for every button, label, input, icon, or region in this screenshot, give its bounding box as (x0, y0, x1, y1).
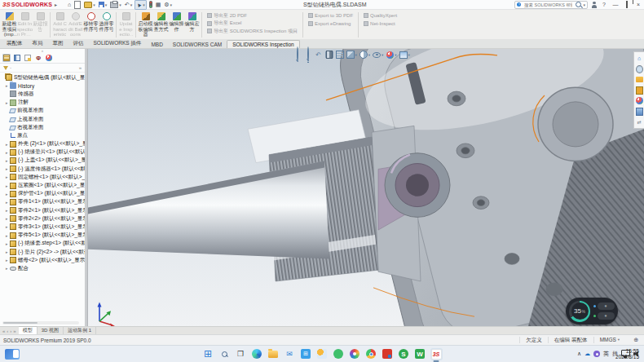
tree-item[interactable]: ▸ 注解 (0, 99, 85, 107)
widgets-icon[interactable] (5, 349, 20, 360)
taskbar-app-icon[interactable]: 3S (430, 348, 443, 360)
taskbar-app-icon[interactable] (267, 348, 280, 360)
ribbon-menu-row[interactable]: 导出至 2D PDF (207, 12, 298, 19)
tree-item[interactable]: ▸ (-) 垫片 (2)<2> -> (默认<<默认>_ (0, 248, 85, 256)
ribbon-menu-row[interactable]: Export eDrawing (308, 20, 353, 27)
ribbon-menu-row[interactable]: Net-Inspect (364, 20, 397, 27)
quick-access-button[interactable]: ▾ (98, 1, 108, 9)
tree-item[interactable]: ▸ 外壳 (2)<1> (默认<<默认>_显示状 (0, 140, 85, 148)
tree-item[interactable]: ▸ (-) 绝缘垫片<1> (默认<<默认>_显 (0, 148, 85, 157)
ribbon-tab[interactable]: 草图 (48, 39, 68, 48)
headsup-button[interactable] (346, 51, 355, 59)
task-pane-tab[interactable] (636, 108, 643, 115)
ribbon-tab[interactable]: SOLIDWORKS 插件 (89, 39, 147, 48)
ribbon-menu-row[interactable]: QualityXpert (364, 12, 397, 19)
search-icon[interactable] (576, 2, 581, 7)
document-tab[interactable]: 3D 视图 (37, 327, 64, 334)
tree-item[interactable]: ▸ 前视基准面 (0, 107, 85, 115)
quick-access-button[interactable]: ▦ (155, 1, 162, 9)
taskbar-app-icon[interactable]: ✉ (284, 348, 296, 360)
close-button[interactable]: × (634, 2, 642, 7)
task-pane-tab[interactable] (636, 65, 643, 73)
headsup-button[interactable] (359, 51, 368, 59)
3d-model-view[interactable] (88, 49, 644, 326)
tree-item[interactable]: ▸ 零件3<1> (默认<<默认>_显示状态 (0, 223, 85, 231)
tree-item[interactable]: ▸ History (0, 82, 85, 90)
ribbon-button[interactable]: 新建检查项目 (imp;检) (2, 11, 17, 39)
document-tab[interactable]: 模型 (19, 326, 37, 334)
ribbon-button[interactable]: 编辑操作 (169, 11, 184, 39)
help-search-box[interactable]: ? ▾ (514, 1, 588, 9)
dropdown-caret-icon[interactable]: ▾ (105, 2, 108, 7)
panel-tab[interactable] (13, 54, 21, 62)
dropdown-caret-icon[interactable]: ▾ (130, 2, 133, 7)
tree-item[interactable]: ▸ 配合 (0, 264, 85, 272)
headsup-button[interactable] (386, 51, 394, 59)
tree-item[interactable]: ▸ 右视基准面 (0, 123, 85, 131)
status-item[interactable]: 欠定义 (519, 337, 548, 343)
tray-icon[interactable] (593, 351, 600, 357)
dropdown-caret-icon[interactable]: ▾ (119, 2, 121, 7)
search-scope-caret-icon[interactable]: ▾ (583, 2, 585, 7)
ribbon-button[interactable]: 编辑宏方 (184, 11, 200, 39)
taskbar-clock[interactable]: 15:55 2022/8/15 (615, 348, 639, 360)
tree-item[interactable]: ▸ 原点 (0, 131, 85, 139)
dropdown-caret-icon[interactable]: ▾ (93, 2, 95, 7)
tree-item[interactable]: ▸ 保护管<1> (默认<<默认>_显示状 (0, 190, 85, 198)
tree-item[interactable]: ▸ (-) 温度传感器<1> (默认<<默认>_ (0, 165, 85, 173)
ribbon-button[interactable]: 启动模板编辑器 (138, 11, 153, 39)
recorder-overlay-badge[interactable]: 35 % ⏺ ⏺ (566, 298, 618, 324)
taskbar-app-icon[interactable] (349, 348, 361, 360)
overlay-button-top[interactable]: ⏺ (598, 302, 615, 310)
taskbar-app-icon[interactable]: ⊞ (300, 348, 312, 360)
ribbon-menu-row[interactable]: 导出至 SOLIDWORKS Inspection 项目 (207, 28, 298, 34)
task-pane-tab[interactable] (636, 76, 643, 83)
taskbar-app-icon[interactable]: S (398, 348, 410, 360)
taskbar-app-icon[interactable]: W (414, 348, 426, 360)
tray-icon[interactable]: 英 (603, 350, 609, 358)
quick-access-button[interactable]: ▾ (83, 1, 96, 9)
minimize-button[interactable]: — (611, 2, 620, 7)
headsup-button[interactable]: ↶ (315, 51, 323, 59)
taskbar-app-icon[interactable]: ⊞ (202, 348, 214, 360)
document-tab[interactable]: 运动算例 1 (64, 327, 96, 334)
ribbon-button[interactable]: 移转零件序号 (83, 11, 99, 39)
ribbon-menu-row[interactable]: 导出至 Excel (207, 20, 298, 27)
ribbon-tab[interactable]: 评估 (68, 39, 89, 48)
status-globe-icon[interactable]: ⊕ (625, 337, 641, 343)
tab-nav-arrow-icon[interactable]: ‹ (7, 329, 8, 333)
tab-nav-arrow-icon[interactable]: › (10, 329, 11, 333)
dropdown-caret-icon[interactable]: ▾ (408, 53, 410, 57)
restore-button[interactable] (623, 2, 631, 7)
quick-access-button[interactable]: ▾ (109, 1, 122, 9)
ribbon-tab[interactable]: MBD (146, 41, 167, 48)
dropdown-caret-icon[interactable]: ▾ (618, 338, 620, 342)
ribbon-button[interactable]: 选择零件序号 (99, 11, 114, 39)
quick-access-button[interactable] (73, 1, 82, 9)
ribbon-button[interactable]: Add/Edit Balloons (68, 11, 83, 39)
tab-nav-arrow-icon[interactable]: « (2, 329, 5, 333)
sign-in-icon[interactable] (591, 2, 597, 8)
task-pane-tab[interactable] (636, 97, 643, 104)
tree-item[interactable]: ▸ (-) 绝缘套.step<1> (默认<<默认> (0, 240, 85, 248)
ribbon-menu-row[interactable]: Export to 3D PDF (308, 12, 353, 19)
dropdown-caret-icon[interactable]: ▾ (382, 53, 383, 57)
quick-access-button[interactable]: ↶ ▾ (124, 1, 133, 9)
headsup-button[interactable] (304, 51, 312, 59)
headsup-button[interactable] (293, 51, 302, 59)
quick-access-button[interactable]: ⚙ ▾ (163, 1, 173, 9)
ribbon-button[interactable]: Add Characteristic (52, 11, 68, 39)
headsup-button[interactable] (325, 51, 333, 59)
taskbar-app-icon[interactable] (251, 348, 263, 360)
tree-item[interactable]: ▸ 零件2<1> (默认<<默认>_显示状态 (0, 206, 85, 214)
panel-tab[interactable]: Φ (34, 54, 42, 62)
panel-tab[interactable] (45, 54, 53, 62)
tree-item[interactable]: ▸ S型铂铑热电偶 (默认<默认_显示状态-1 (0, 73, 85, 82)
ribbon-tab[interactable]: SOLIDWORKS CAM (168, 41, 227, 48)
help-button[interactable]: ? (600, 2, 608, 7)
taskbar-app-icon[interactable] (218, 348, 231, 360)
status-item[interactable]: MMGS ▾ (593, 337, 626, 343)
tray-icon[interactable]: ∧ (577, 351, 581, 357)
dropdown-caret-icon[interactable]: ▾ (170, 2, 173, 7)
help-search-input[interactable] (523, 2, 574, 8)
